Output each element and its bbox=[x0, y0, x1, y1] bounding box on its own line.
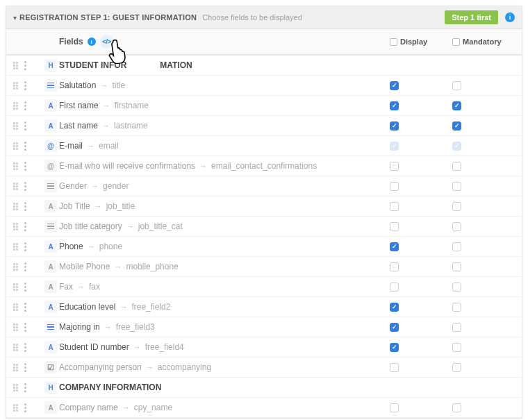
checkbox[interactable] bbox=[452, 202, 461, 211]
drag-handle-icon[interactable] bbox=[13, 122, 19, 130]
collapse-caret-icon[interactable]: ▾ bbox=[13, 14, 17, 22]
drag-handle-icon[interactable] bbox=[13, 102, 19, 110]
field-type-icon: A bbox=[44, 301, 57, 313]
field-row: Job title category→job_title_cat bbox=[6, 217, 522, 237]
arrow-icon: → bbox=[145, 363, 155, 371]
row-menu-icon[interactable] bbox=[24, 242, 26, 251]
field-type-icon: A bbox=[44, 99, 57, 112]
checkbox[interactable] bbox=[452, 283, 461, 292]
display-header-checkbox[interactable] bbox=[390, 38, 397, 46]
drag-handle-icon[interactable] bbox=[13, 283, 19, 291]
row-menu-icon[interactable] bbox=[24, 61, 26, 70]
field-label: Last name→lastname bbox=[59, 121, 390, 131]
drag-handle-icon[interactable] bbox=[13, 183, 19, 190]
drag-handle-icon[interactable] bbox=[13, 243, 19, 251]
drag-handle-icon[interactable] bbox=[13, 324, 19, 331]
row-menu-icon[interactable] bbox=[24, 283, 26, 292]
arrow-icon: → bbox=[103, 323, 113, 331]
checkbox[interactable] bbox=[452, 222, 461, 231]
mandatory-header-checkbox[interactable] bbox=[452, 38, 460, 46]
checkbox[interactable] bbox=[390, 222, 399, 231]
field-row: AMobile Phone→mobile_phone bbox=[6, 257, 522, 277]
panel-header: ▾ REGISTRATION STEP 1: GUEST INFORMATION… bbox=[6, 6, 522, 29]
checkbox[interactable] bbox=[390, 283, 399, 292]
checkbox[interactable] bbox=[390, 81, 399, 90]
field-label: Fax→fax bbox=[59, 282, 390, 292]
field-type-icon: H bbox=[44, 381, 57, 394]
field-type-icon: A bbox=[44, 280, 57, 293]
drag-handle-icon[interactable] bbox=[13, 344, 19, 351]
checkbox[interactable] bbox=[390, 323, 399, 332]
field-label: COMPANY INFORMATION bbox=[59, 383, 390, 392]
field-rows: HSTUDENT INFORMATIONSalutation→titleAFir… bbox=[6, 56, 522, 418]
drag-handle-icon[interactable] bbox=[13, 82, 19, 90]
drag-handle-icon[interactable] bbox=[13, 223, 19, 230]
row-menu-icon[interactable] bbox=[24, 383, 26, 392]
row-menu-icon[interactable] bbox=[24, 182, 26, 191]
checkbox[interactable] bbox=[390, 363, 399, 372]
field-row: AFax→fax bbox=[6, 277, 522, 297]
fields-info-icon[interactable]: i bbox=[88, 37, 96, 46]
checkbox[interactable] bbox=[452, 403, 461, 412]
field-key: title bbox=[112, 81, 125, 90]
checkbox[interactable] bbox=[452, 121, 461, 131]
field-row: AStudent ID number→free_field4 bbox=[6, 337, 522, 358]
drag-handle-icon[interactable] bbox=[13, 162, 19, 170]
checkbox[interactable] bbox=[390, 242, 399, 251]
row-menu-icon[interactable] bbox=[24, 121, 26, 131]
row-menu-icon[interactable] bbox=[24, 202, 26, 211]
checkbox[interactable] bbox=[390, 202, 399, 211]
checkbox[interactable] bbox=[390, 343, 399, 352]
checkbox[interactable] bbox=[390, 403, 399, 412]
checkbox[interactable] bbox=[390, 101, 399, 110]
field-label: STUDENT INFORMATION bbox=[59, 60, 390, 70]
field-type-icon bbox=[44, 160, 57, 172]
row-menu-icon[interactable] bbox=[24, 142, 26, 151]
row-menu-icon[interactable] bbox=[24, 222, 26, 231]
field-label: Student ID number→free_field4 bbox=[59, 342, 390, 352]
checkbox[interactable] bbox=[452, 343, 461, 352]
drag-handle-icon[interactable] bbox=[13, 404, 19, 412]
drag-handle-icon[interactable] bbox=[13, 364, 19, 371]
field-row: Gender→gender bbox=[6, 176, 522, 196]
code-view-toggle[interactable]: </> bbox=[100, 35, 114, 49]
info-icon[interactable]: i bbox=[505, 12, 515, 22]
checkbox[interactable] bbox=[452, 323, 461, 332]
row-menu-icon[interactable] bbox=[24, 323, 26, 332]
field-row: E-mail who will receive confirmations→em… bbox=[6, 156, 522, 176]
checkbox[interactable] bbox=[452, 81, 461, 90]
row-menu-icon[interactable] bbox=[24, 81, 26, 90]
drag-handle-icon[interactable] bbox=[13, 263, 19, 271]
row-menu-icon[interactable] bbox=[24, 162, 26, 171]
checkbox[interactable] bbox=[390, 262, 399, 271]
row-menu-icon[interactable] bbox=[24, 403, 26, 412]
field-type-icon: A bbox=[44, 119, 57, 132]
row-menu-icon[interactable] bbox=[24, 303, 26, 312]
field-label: First name→firstname bbox=[59, 101, 390, 110]
drag-handle-icon[interactable] bbox=[13, 62, 19, 69]
checkbox[interactable] bbox=[452, 101, 461, 110]
drag-handle-icon[interactable] bbox=[13, 203, 19, 210]
checkbox[interactable] bbox=[390, 162, 399, 171]
checkbox[interactable] bbox=[452, 363, 461, 372]
arrow-icon: → bbox=[93, 202, 104, 210]
checkbox[interactable] bbox=[452, 242, 461, 251]
drag-handle-icon[interactable] bbox=[13, 142, 19, 150]
field-type-icon: A bbox=[44, 260, 57, 273]
checkbox[interactable] bbox=[452, 162, 461, 171]
drag-handle-icon[interactable] bbox=[13, 384, 19, 392]
checkbox[interactable] bbox=[452, 262, 461, 271]
row-menu-icon[interactable] bbox=[24, 363, 26, 372]
checkbox[interactable] bbox=[452, 182, 461, 191]
step-first-button[interactable]: Step 1 first bbox=[445, 10, 498, 24]
checkbox[interactable] bbox=[452, 303, 461, 312]
checkbox[interactable] bbox=[390, 121, 399, 131]
row-menu-icon[interactable] bbox=[24, 262, 26, 271]
checkbox[interactable] bbox=[390, 182, 399, 191]
checkbox[interactable] bbox=[390, 303, 399, 312]
field-type-icon: A bbox=[44, 200, 57, 212]
drag-handle-icon[interactable] bbox=[13, 303, 19, 311]
row-menu-icon[interactable] bbox=[24, 343, 26, 352]
field-key: firstname bbox=[115, 101, 149, 110]
row-menu-icon[interactable] bbox=[24, 101, 26, 110]
